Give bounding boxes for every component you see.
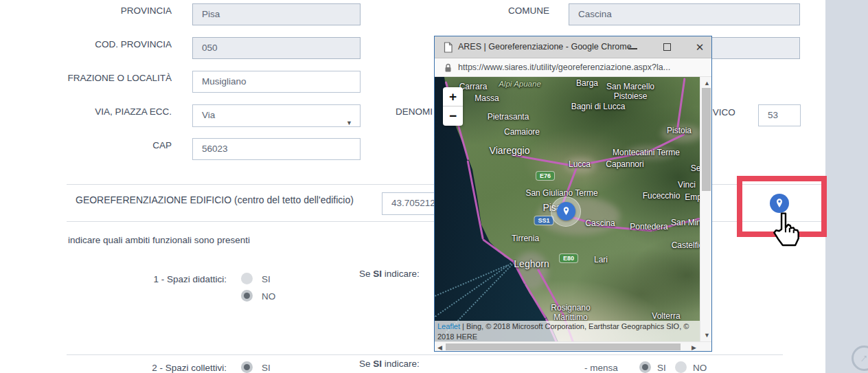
- arrow-up-icon: ↑: [855, 348, 868, 369]
- map-town-label: Lari: [594, 255, 608, 264]
- provincia-label: PROVINCIA: [0, 5, 172, 16]
- map-town-label: Lucca: [569, 159, 591, 169]
- chevron-down-icon: ▼: [346, 113, 352, 133]
- map-town-label: Vinci: [678, 180, 696, 190]
- q1-si-label: SI: [262, 274, 271, 284]
- maximize-button[interactable]: [653, 36, 681, 58]
- map-attribution: Leaflet | Bing, © 2018 Microsoft Corpora…: [435, 321, 700, 341]
- q2-hint: Se SI indicare:: [359, 359, 420, 369]
- scroll-left-icon[interactable]: ◀: [437, 344, 442, 351]
- map-town-label: Capannori: [606, 159, 643, 169]
- scroll-down-icon[interactable]: ▼: [704, 332, 710, 339]
- map-canvas[interactable]: + − Leaflet | Bing, © 2018 Microsoft Cor…: [435, 77, 700, 341]
- q1-label: 1 - Spazi didattici:: [55, 274, 227, 284]
- window-titlebar[interactable]: ARES | Georeferenziazione - Google Chrom…: [435, 36, 711, 58]
- map-town-label: Tirrenia: [512, 234, 539, 243]
- map-marker[interactable]: [557, 202, 575, 221]
- q1-hint: Se SI indicare:: [359, 269, 420, 279]
- map-town-label: Bagni di Lucca: [571, 102, 626, 111]
- map-town-label: Pietrasanta: [488, 112, 529, 122]
- cursor-hand-icon: [770, 212, 802, 250]
- map-town-label: Barga: [576, 78, 598, 88]
- q2-si-radio[interactable]: [241, 361, 253, 373]
- scroll-up-icon[interactable]: ▲: [704, 80, 710, 87]
- numero-civico-label-partial: IVICO: [710, 107, 735, 117]
- zoom-out-button[interactable]: −: [443, 106, 463, 126]
- page-right-gutter: [825, 0, 868, 373]
- lock-icon: [444, 63, 452, 73]
- q1-hint-pre: Se: [359, 269, 373, 279]
- divider: [67, 354, 783, 355]
- maximize-icon: [663, 43, 671, 51]
- q2-si-label: SI: [262, 363, 271, 373]
- cap-field[interactable]: 56023: [192, 138, 361, 160]
- ambiti-heading: indicare quali ambiti funzionali sono pr…: [68, 235, 250, 245]
- vertical-scroll-thumb[interactable]: [702, 88, 711, 191]
- minimize-icon: [628, 48, 637, 49]
- q1-no-label: NO: [262, 291, 275, 302]
- zoom-in-button[interactable]: +: [443, 87, 463, 106]
- map-town-label: Camaiore: [504, 127, 540, 137]
- map-town-label: Viareggio: [490, 145, 530, 156]
- map-town-label: Carrara: [459, 82, 488, 91]
- mensa-si-radio[interactable]: [639, 361, 651, 373]
- map-town-label: Cascina: [585, 218, 615, 228]
- map-pin-icon: [561, 206, 571, 216]
- map-town-label: Se: [691, 163, 700, 173]
- road-badge: SS1: [534, 216, 553, 225]
- road-badge: E76: [536, 172, 554, 180]
- map-town-label: San Marcello Pistoiese: [606, 82, 654, 102]
- q2-hint-post: indicare:: [382, 359, 420, 369]
- frazione-field[interactable]: Musigliano: [192, 71, 361, 93]
- attribution-text: | Bing, © 2018 Microsoft Corporation, Ea…: [437, 322, 689, 341]
- map-town-label: Alpi Apuane: [499, 80, 541, 88]
- page-icon: [444, 42, 453, 53]
- georef-label: GEOREFERENZIAZIONE EDIFICIO (centro del …: [76, 194, 354, 205]
- leaflet-link[interactable]: Leaflet: [437, 322, 460, 330]
- road-badge: E80: [560, 254, 578, 262]
- q2-hint-pre: Se: [359, 359, 373, 369]
- map-town-label: Rosignano Marittimo: [551, 304, 590, 323]
- numero-civico-field[interactable]: 53: [758, 104, 801, 126]
- via-label: VIA, PIAZZA ECC.: [0, 106, 172, 117]
- q1-hint-post: indicare:: [382, 269, 420, 279]
- minimize-button[interactable]: [619, 36, 646, 58]
- map-town-label: Empo: [685, 192, 700, 202]
- map-zoom-control: + −: [443, 87, 463, 126]
- map-town-label: Fucecchio: [643, 191, 681, 201]
- mensa-label: - mensa: [584, 363, 618, 373]
- q1-si-radio[interactable]: [241, 273, 253, 284]
- map-town-label: Volterra: [652, 311, 680, 321]
- url-text: https://www.siares.it/utility/georeferen…: [458, 63, 670, 72]
- provincia-field: Pisa: [192, 3, 361, 25]
- mensa-si-label: SI: [657, 363, 666, 373]
- cod-provincia-field: 050: [192, 37, 361, 59]
- map-pin-icon: [774, 198, 785, 209]
- q1-no-radio[interactable]: [241, 290, 253, 302]
- via-select[interactable]: Via ▼: [192, 104, 361, 127]
- cap-label: CAP: [0, 140, 172, 150]
- close-button[interactable]: ✕: [686, 36, 713, 58]
- via-select-value: Via: [202, 110, 215, 120]
- map-town-label: Massa: [475, 93, 499, 103]
- address-bar[interactable]: https://www.siares.it/utility/georeferen…: [435, 58, 711, 77]
- comune-label: COMUNE: [357, 5, 549, 16]
- vertical-scrollbar[interactable]: ▲ ▼: [700, 77, 711, 341]
- map-town-label: Leghorn: [514, 258, 549, 269]
- frazione-label: FRAZIONE O LOCALITÀ: [0, 73, 172, 83]
- scroll-right-icon[interactable]: ▶: [692, 344, 696, 351]
- map-town-label: Castelfio: [672, 240, 700, 250]
- q1-hint-bold: SI: [373, 269, 382, 279]
- horizontal-scroll-thumb[interactable]: [446, 343, 681, 350]
- map-town-label: Montecatini Terme: [613, 148, 680, 157]
- mensa-no-radio[interactable]: [675, 361, 687, 373]
- open-map-pin-button[interactable]: [770, 194, 789, 213]
- horizontal-scrollbar[interactable]: ◀ ▶: [435, 341, 711, 351]
- map-town-label: San Min: [671, 218, 700, 227]
- page: PROVINCIA Pisa COD. PROVINCIA 050 FRAZIO…: [0, 0, 868, 373]
- cod-provincia-label: COD. PROVINCIA: [0, 39, 172, 49]
- chrome-popup-window: ARES | Georeferenziazione - Google Chrom…: [434, 36, 712, 352]
- denominazione-label-partial: DENOMI: [396, 106, 433, 117]
- q2-hint-bold: SI: [373, 359, 382, 369]
- q2-label: 2 - Spazi collettivi:: [55, 363, 227, 373]
